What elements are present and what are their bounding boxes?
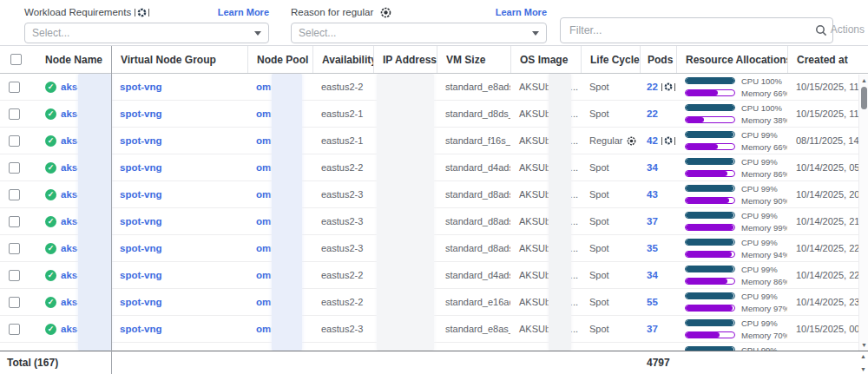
pods-cell: 22: [640, 74, 676, 100]
scroll-up-icon[interactable]: ▲: [859, 75, 868, 85]
resource-allocations-cell: CPU 99% Memory 70%: [676, 316, 787, 342]
cpu-usage-bar: [685, 131, 735, 138]
node-healthy-icon: ✓: [45, 243, 56, 254]
table-row[interactable]: ✓ aks-om spot-vng omnp eastus2-1 standar…: [0, 128, 868, 154]
row-checkbox[interactable]: [9, 297, 20, 308]
vm-size-cell: standard_d4ads...: [437, 154, 510, 180]
table-row[interactable]: ✓ aks-om spot-vng omnp eastus2-1 standar…: [0, 101, 868, 128]
created-at-cell: 10/15/2025, 11:50...: [787, 74, 859, 100]
virtual-node-group-link[interactable]: spot-vng: [120, 297, 162, 307]
spot-pods-icon: [661, 136, 675, 145]
pods-count-link[interactable]: 37: [647, 324, 658, 334]
vm-size-cell: standard_d4ads...: [437, 262, 510, 288]
virtual-node-group-link[interactable]: spot-vng: [120, 135, 162, 146]
column-header-life-cycle[interactable]: Life Cycle: [581, 46, 640, 73]
resource-allocations-cell: CPU 100% Memory 38%: [676, 101, 787, 127]
filter-search-box: [560, 17, 833, 43]
table-row[interactable]: ✓ aks-om spot-vng omnp eastus2-3 standar…: [0, 343, 868, 351]
row-checkbox[interactable]: [9, 189, 20, 200]
column-header-resource-allocations[interactable]: Resource Allocations↓≡: [676, 46, 787, 73]
row-checkbox[interactable]: [9, 270, 20, 281]
pods-count-link[interactable]: 43: [647, 189, 658, 200]
memory-usage-bar: [685, 278, 735, 285]
row-checkbox[interactable]: [9, 162, 20, 174]
row-checkbox[interactable]: [9, 216, 20, 227]
virtual-node-group-link[interactable]: spot-vng: [120, 162, 162, 173]
pods-count-link[interactable]: 22: [647, 108, 658, 119]
virtual-node-group-link[interactable]: spot-vng: [120, 82, 162, 92]
pods-cell: 35: [640, 235, 676, 261]
pods-count-link[interactable]: 34: [647, 270, 658, 280]
column-header-os-image[interactable]: OS Image: [510, 46, 581, 73]
row-checkbox[interactable]: [9, 324, 20, 335]
scroll-down-icon[interactable]: ▼: [859, 340, 868, 350]
pods-count-link[interactable]: 34: [647, 162, 658, 173]
virtual-node-group-link[interactable]: spot-vng: [120, 270, 162, 280]
memory-usage-bar: [685, 197, 735, 204]
nodes-page: Workload Requirements Learn More Select.…: [0, 0, 868, 374]
column-header-pods[interactable]: Pods: [640, 46, 676, 73]
virtual-node-group-link[interactable]: spot-vng: [120, 243, 162, 253]
pods-count-link[interactable]: 55: [647, 297, 658, 307]
cpu-usage-label: CPU 99%: [741, 130, 778, 140]
table-header-row: Node NameVirtual Node GroupNode PoolAvai…: [0, 46, 868, 74]
scroll-up-icon[interactable]: ▲: [860, 353, 866, 359]
reason-for-regular-select[interactable]: Select...: [291, 23, 547, 43]
table-row[interactable]: ✓ aks-om spot-vng omnp eastus2-3 standar…: [0, 316, 868, 343]
pods-count-link[interactable]: 37: [647, 216, 658, 226]
resource-allocations-cell: CPU 99% Memory 86%: [676, 262, 787, 288]
cpu-usage-label: CPU 99%: [741, 211, 778, 220]
cpu-usage-bar: [685, 77, 735, 84]
memory-usage-label: Memory 86%: [741, 277, 787, 286]
pods-count-link[interactable]: 42: [647, 135, 658, 146]
node-healthy-icon: ✓: [45, 297, 56, 308]
node-healthy-icon: ✓: [45, 82, 56, 93]
row-checkbox[interactable]: [9, 82, 20, 93]
scrollbar-thumb[interactable]: [861, 87, 867, 109]
virtual-node-group-link[interactable]: spot-vng: [120, 189, 162, 200]
column-header-node-name[interactable]: Node Name: [35, 46, 111, 73]
row-checkbox[interactable]: [9, 108, 20, 120]
memory-usage-bar: [685, 305, 735, 312]
actions-button[interactable]: Actions: [831, 23, 865, 36]
scroll-down-icon[interactable]: ▼: [860, 366, 866, 372]
filter-input[interactable]: [561, 24, 810, 36]
learn-more-link[interactable]: Learn More: [496, 7, 547, 17]
virtual-node-group-link[interactable]: spot-vng: [120, 324, 162, 334]
pods-count-link[interactable]: 22: [647, 82, 658, 92]
cpu-usage-bar: [685, 292, 735, 299]
column-header-vm-size[interactable]: VM Size: [437, 46, 510, 73]
vm-size-cell: standard_f16s_v2: [437, 128, 510, 154]
life-cycle-cell: Regular: [581, 128, 640, 154]
cpu-usage-label: CPU 99%: [741, 265, 778, 274]
table-row[interactable]: ✓ aks-om spot-vng omnp eastus2-2 standar…: [0, 74, 868, 101]
table-row[interactable]: ✓ aks-om spot-vng omnp eastus2-3 standar…: [0, 181, 868, 208]
table-row[interactable]: ✓ aks-om spot-vng omnp eastus2-3 standar…: [0, 208, 868, 235]
availability-zone-cell: eastus2-3: [312, 343, 373, 351]
table-row[interactable]: ✓ aks-om spot-vng omnp eastus2-3 standar…: [0, 235, 868, 262]
column-header-created-at[interactable]: Created at: [787, 46, 859, 73]
column-header-ip-address[interactable]: IP Address: [373, 46, 437, 73]
column-header-availability-zone[interactable]: Availability Zone: [312, 46, 373, 73]
virtual-node-group-link[interactable]: spot-vng: [120, 216, 162, 226]
row-checkbox-cell: [0, 343, 35, 351]
search-icon[interactable]: [810, 24, 832, 36]
workload-requirements-select[interactable]: Select...: [24, 23, 269, 43]
node-healthy-icon: ✓: [45, 216, 56, 227]
created-at-cell: 08/11/2025, 14:2...: [787, 128, 859, 154]
column-header-virtual-node-group[interactable]: Virtual Node Group: [111, 46, 247, 73]
column-header-node-pool[interactable]: Node Pool: [247, 46, 312, 73]
table-row[interactable]: ✓ aks-om spot-vng omnp eastus2-2 standar…: [0, 289, 868, 316]
memory-usage-bar: [685, 224, 735, 231]
pods-count-link[interactable]: 35: [647, 243, 658, 253]
row-checkbox[interactable]: [9, 243, 20, 254]
node-healthy-icon: ✓: [45, 324, 56, 335]
select-all-checkbox[interactable]: [10, 54, 22, 65]
table-row[interactable]: ✓ aks-om spot-vng omnp eastus2-2 standar…: [0, 262, 868, 289]
learn-more-link[interactable]: Learn More: [218, 7, 269, 17]
row-checkbox[interactable]: [9, 135, 20, 147]
virtual-node-group-cell: spot-vng: [111, 181, 247, 207]
regular-lifecycle-icon: [380, 7, 391, 18]
virtual-node-group-link[interactable]: spot-vng: [120, 108, 162, 119]
table-row[interactable]: ✓ aks-om spot-vng omnp eastus2-2 standar…: [0, 154, 868, 181]
